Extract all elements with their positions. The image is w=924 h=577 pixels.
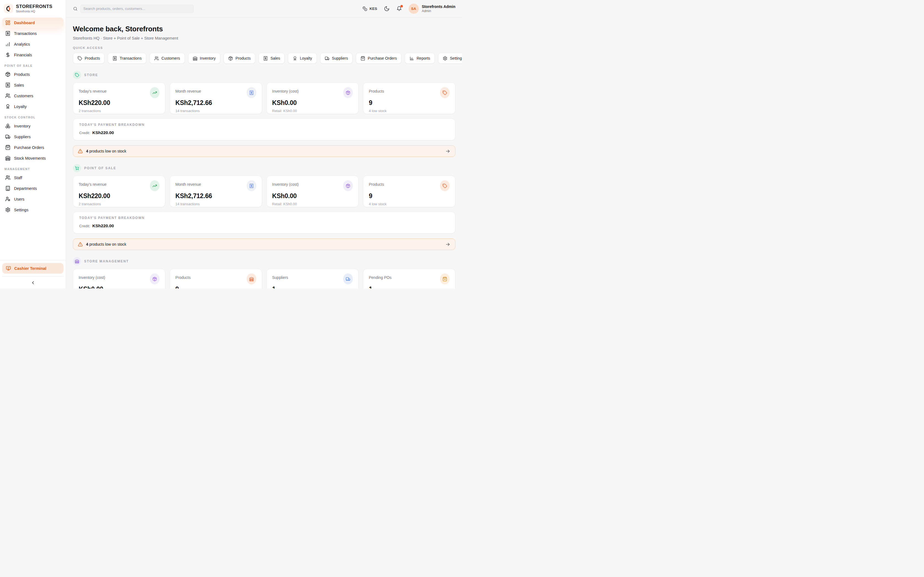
sidebar-item-customers[interactable]: Customers xyxy=(2,91,63,101)
dark-mode-toggle[interactable] xyxy=(384,6,390,11)
page-subtitle: Storefronts HQ · Store + Point of Sale +… xyxy=(73,36,456,40)
section-title: POINT OF SALE xyxy=(84,166,116,170)
search-input[interactable] xyxy=(80,5,194,13)
page-title: Welcome back, Storefronts xyxy=(73,25,456,33)
sidebar: STOREFRONTS Storefronts HQ Dashboard Tra… xyxy=(0,0,66,288)
brand-name: STOREFRONTS xyxy=(16,4,53,9)
low-stock-alert[interactable]: 4 products low on stock xyxy=(73,145,456,157)
search xyxy=(73,5,194,13)
warning-icon xyxy=(78,242,83,247)
quick-customers-button[interactable]: Customers xyxy=(150,53,185,64)
receipt-icon xyxy=(263,56,268,61)
sidebar-item-label: Products xyxy=(14,72,30,77)
warning-icon xyxy=(78,149,83,153)
warehouse-icon xyxy=(193,56,197,61)
warehouse-icon xyxy=(5,156,10,161)
user-name: Storefronts Admin xyxy=(422,5,456,9)
sidebar-item-label: Dashboard xyxy=(14,21,35,25)
notification-dot xyxy=(401,5,403,7)
sidebar-footer: Cashier Terminal xyxy=(0,260,66,288)
warehouse-icon xyxy=(247,273,256,284)
shopping-bag-icon xyxy=(440,273,450,284)
sidebar-item-label: Staff xyxy=(14,176,22,180)
stat-card-pending-pos: Pending POs 1 xyxy=(363,269,456,288)
quick-reports-button[interactable]: Reports xyxy=(405,53,435,64)
dashboard-icon xyxy=(5,20,10,25)
quick-settings-button[interactable]: Settings xyxy=(438,53,462,64)
quick-access-row: Products Transactions Customers Inventor… xyxy=(73,53,456,64)
sidebar-item-departments[interactable]: Departments xyxy=(2,183,63,193)
stat-card-month-revenue: Month revenue KSh2,712.66 14 transaction… xyxy=(170,82,262,114)
sidebar-item-suppliers[interactable]: Suppliers xyxy=(2,132,63,142)
sidebar-item-label: Customers xyxy=(14,94,33,98)
sidebar-item-label: Sales xyxy=(14,83,24,87)
users-icon xyxy=(5,93,10,98)
sidebar-item-users[interactable]: Users xyxy=(2,194,63,204)
sidebar-section-stock-control: STOCK CONTROL xyxy=(5,116,61,119)
stat-card-todays-revenue: Today's revenue KSh220.00 2 transactions xyxy=(73,176,165,207)
user-menu[interactable]: SA Storefronts Admin Admin xyxy=(409,3,456,14)
quick-products-pos-button[interactable]: Products xyxy=(224,53,255,64)
sidebar-item-stock-movements[interactable]: Stock Movements xyxy=(2,153,63,163)
sidebar-item-label: Suppliers xyxy=(14,135,31,139)
chart-icon xyxy=(409,56,414,61)
sidebar-item-dashboard[interactable]: Dashboard xyxy=(2,18,63,28)
sidebar-item-analytics[interactable]: Analytics xyxy=(2,39,63,49)
building-icon xyxy=(5,186,10,191)
sidebar-item-products[interactable]: Products xyxy=(2,69,63,79)
main-area: KES SA Storefronts Admin Admin xyxy=(66,0,462,288)
low-stock-alert[interactable]: 4 products low on stock xyxy=(73,239,456,250)
receipt-icon xyxy=(247,87,256,98)
truck-icon xyxy=(5,134,10,139)
users-icon xyxy=(5,175,10,180)
warehouse-icon xyxy=(73,257,81,266)
quick-inventory-button[interactable]: Inventory xyxy=(188,53,221,64)
sidebar-item-label: Departments xyxy=(14,186,37,191)
trending-up-icon xyxy=(150,180,160,191)
cashier-terminal-button[interactable]: Cashier Terminal xyxy=(2,263,63,274)
search-icon xyxy=(73,6,78,11)
sidebar-collapse-button[interactable] xyxy=(31,280,36,285)
truck-icon xyxy=(343,273,353,284)
receipt-icon xyxy=(5,82,10,88)
sidebar-item-staff[interactable]: Staff xyxy=(2,172,63,183)
sidebar-item-financials[interactable]: Financials xyxy=(2,50,63,60)
bar-chart-icon xyxy=(5,42,10,47)
payment-breakdown-card: TODAY'S PAYMENT BREAKDOWN Credit:KSh220.… xyxy=(73,211,456,234)
quick-transactions-button[interactable]: Transactions xyxy=(108,53,146,64)
stat-card-products: Products 9 4 low stock xyxy=(363,82,456,114)
quick-sales-button[interactable]: Sales xyxy=(258,53,284,64)
currency-selector[interactable]: KES xyxy=(362,6,377,11)
pos-section-header: POINT OF SALE xyxy=(73,164,456,172)
sidebar-item-sales[interactable]: Sales xyxy=(2,80,63,90)
coins-icon xyxy=(362,6,367,11)
stat-card-month-revenue: Month revenue KSh2,712.66 14 transaction… xyxy=(170,176,262,207)
user-cog-icon xyxy=(5,197,10,201)
stat-card-inventory-cost: Inventory (cost) KSh0.00 xyxy=(73,269,165,288)
tag-icon xyxy=(73,71,81,79)
sidebar-item-loyalty[interactable]: Loyalty xyxy=(2,102,63,111)
notifications-button[interactable] xyxy=(396,6,402,11)
sidebar-item-transactions[interactable]: Transactions xyxy=(2,28,63,39)
quick-suppliers-button[interactable]: Suppliers xyxy=(320,53,352,64)
sidebar-item-settings[interactable]: Settings xyxy=(2,205,63,215)
shopping-bag-icon xyxy=(5,145,10,150)
quick-products-button[interactable]: Products xyxy=(73,53,105,64)
quick-purchase-orders-button[interactable]: Purchase Orders xyxy=(356,53,402,64)
topbar: KES SA Storefronts Admin Admin xyxy=(66,0,462,18)
package-icon xyxy=(5,72,10,77)
stat-card-suppliers: Suppliers 1 xyxy=(267,269,359,288)
trending-up-icon xyxy=(150,87,160,98)
quick-loyalty-button[interactable]: Loyalty xyxy=(288,53,317,64)
currency-label: KES xyxy=(370,6,377,11)
sidebar-item-label: Analytics xyxy=(14,42,30,47)
sidebar-item-purchase-orders[interactable]: Purchase Orders xyxy=(2,142,63,153)
sidebar-item-inventory[interactable]: Inventory xyxy=(2,121,63,131)
arrow-right-icon xyxy=(445,242,451,247)
brand: STOREFRONTS Storefronts HQ xyxy=(0,0,66,16)
gear-icon xyxy=(5,207,10,213)
receipt-icon xyxy=(5,31,10,36)
store-section-header: STORE xyxy=(73,71,456,79)
storefronts-logo-icon xyxy=(4,4,13,13)
brand-subtitle: Storefronts HQ xyxy=(16,10,53,13)
